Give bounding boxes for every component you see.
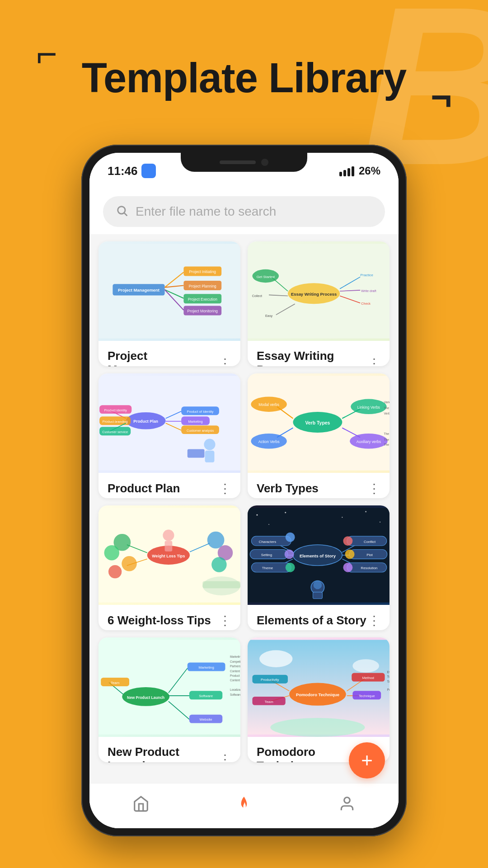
svg-rect-94: [202, 581, 240, 589]
svg-text:Product branding: Product branding: [103, 420, 128, 424]
svg-text:Marketing: Marketing: [198, 665, 214, 670]
svg-point-86: [122, 556, 136, 571]
status-icons: 26%: [339, 165, 380, 177]
svg-text:Everyday: Everyday: [387, 670, 389, 674]
search-placeholder: Enter file name to search: [136, 204, 276, 219]
svg-text:Product of Identity: Product of Identity: [187, 410, 214, 414]
svg-rect-56: [188, 449, 205, 458]
svg-point-99: [342, 517, 343, 518]
header-area: ⌐ Template Library ¬: [0, 0, 488, 129]
svg-point-118: [343, 536, 352, 546]
search-bar[interactable]: Enter file name to search: [103, 196, 385, 227]
card-title-product: Product Plan: [108, 481, 180, 495]
svg-text:The B...: The B...: [384, 438, 389, 441]
svg-point-98: [285, 512, 286, 513]
svg-text:Marketing: Marketing: [188, 420, 203, 424]
svg-text:Essay Writing Process: Essay Writing Process: [291, 292, 337, 297]
svg-text:Marketing Survey: Marketing Survey: [230, 655, 240, 659]
template-card-story[interactable]: Elements of Story Characters Setting: [248, 505, 389, 630]
svg-point-90: [207, 532, 225, 549]
svg-text:Project Monitoring: Project Monitoring: [188, 309, 218, 313]
card-footer-weight: 6 Weight-loss Tips ⋮: [99, 605, 240, 630]
svg-text:Setting: Setting: [261, 553, 272, 557]
svg-point-122: [345, 549, 355, 559]
svg-text:Content Creation: Content Creation: [230, 679, 240, 682]
card-thumbnail-weight: Weight Loss Tips: [99, 505, 240, 605]
card-menu-story[interactable]: ⋮: [368, 613, 380, 628]
svg-text:Project Execution: Project Execution: [188, 297, 217, 302]
bracket-top-left: ⌐: [36, 36, 57, 72]
svg-text:Technique: Technique: [359, 694, 375, 698]
svg-text:Pomodoro Technique: Pomodoro Technique: [296, 692, 339, 697]
search-wrapper: Enter file name to search: [89, 189, 399, 234]
svg-text:Tools: Tools: [387, 675, 389, 678]
battery-percent: 26%: [359, 165, 380, 177]
svg-text:Characters: Characters: [259, 540, 276, 544]
svg-text:Easy: Easy: [265, 314, 273, 318]
card-menu-product[interactable]: ⋮: [219, 481, 231, 496]
card-menu-weight[interactable]: ⋮: [219, 613, 231, 628]
svg-point-92: [211, 557, 226, 572]
svg-point-114: [286, 563, 295, 572]
app-icon: [141, 164, 156, 178]
svg-text:Competitor Analysis: Competitor Analysis: [230, 660, 240, 664]
svg-point-101: [380, 522, 380, 523]
svg-point-87: [108, 565, 122, 578]
svg-text:Verbs ex...: Verbs ex...: [384, 412, 389, 415]
svg-text:The By...: The By...: [384, 406, 389, 410]
svg-text:Elements of Story: Elements of Story: [300, 553, 336, 558]
svg-text:Method: Method: [362, 676, 374, 680]
svg-text:Software Updates: Software Updates: [230, 693, 240, 697]
svg-point-97: [268, 524, 269, 525]
svg-rect-55: [205, 451, 215, 462]
card-thumbnail-essay: Essay Writing Process Get Started Collec…: [248, 241, 389, 341]
nav-item-home[interactable]: [132, 795, 150, 812]
nav-item-fire[interactable]: [235, 795, 253, 812]
svg-text:Various c...: Various c...: [384, 401, 389, 404]
card-menu-launch[interactable]: ⋮: [219, 752, 231, 763]
template-grid: Project Management Project Initiating Pr…: [89, 234, 399, 769]
svg-text:Project Management: Project Management: [118, 288, 160, 292]
svg-text:Practice: Practice: [361, 273, 373, 277]
svg-point-155: [259, 650, 292, 667]
svg-text:Productivity: Productivity: [261, 678, 279, 682]
nav-item-user[interactable]: [338, 795, 356, 812]
template-card-launch[interactable]: New Product Launch Marketing Marketing S…: [99, 637, 240, 762]
card-thumbnail-story: Elements of Story Characters Setting: [248, 505, 389, 605]
card-title-story: Elements of a Story: [257, 613, 366, 627]
user-icon: [338, 795, 356, 812]
svg-point-175: [270, 718, 365, 737]
svg-text:Take action: Take action: [387, 680, 389, 683]
card-title-pm: Project Manageme...: [108, 349, 219, 366]
card-menu-verb[interactable]: ⋮: [368, 481, 380, 496]
svg-text:Check: Check: [361, 302, 371, 306]
card-footer-pm: Project Manageme... ⋮: [99, 341, 240, 366]
card-footer-story: Elements of a Story ⋮: [248, 605, 389, 630]
notch: [181, 153, 307, 172]
svg-text:Plot: Plot: [366, 553, 373, 557]
template-card-weight[interactable]: Weight Loss Tips: [99, 505, 240, 630]
card-menu-pm[interactable]: ⋮: [219, 356, 231, 367]
card-footer-product: Product Plan ⋮: [99, 473, 240, 498]
card-menu-essay[interactable]: ⋮: [368, 356, 380, 367]
svg-text:Auxiliary verbs: Auxiliary verbs: [357, 439, 381, 444]
svg-rect-130: [313, 592, 322, 599]
bottom-navigation: [89, 783, 399, 828]
template-card-verb[interactable]: Verb Types Modal verbs Linking Verbs: [248, 373, 389, 498]
template-card-product-plan[interactable]: Product Plan Product identity Product br…: [99, 373, 240, 498]
svg-text:Project Initiating: Project Initiating: [189, 269, 216, 274]
template-card-essay[interactable]: Essay Writing Process Get Started Collec…: [248, 241, 389, 366]
svg-text:The Bi...: The Bi...: [384, 432, 389, 435]
svg-rect-82: [165, 541, 173, 552]
svg-text:Content Research: Content Research: [230, 670, 240, 673]
card-title-essay: Essay Writing Proc...: [257, 349, 368, 366]
home-icon: [132, 795, 150, 812]
svg-text:Product Plan: Product Plan: [133, 419, 158, 424]
search-icon: [116, 204, 128, 219]
card-thumbnail-product: Product Plan Product identity Product br…: [99, 373, 240, 473]
fab-button[interactable]: +: [349, 742, 385, 778]
svg-text:Product identity: Product identity: [104, 408, 127, 412]
svg-text:Product Reviews: Product Reviews: [230, 674, 240, 677]
template-card-project-management[interactable]: Project Management Project Initiating Pr…: [99, 241, 240, 366]
card-title-launch: New Product Launch: [108, 745, 219, 762]
